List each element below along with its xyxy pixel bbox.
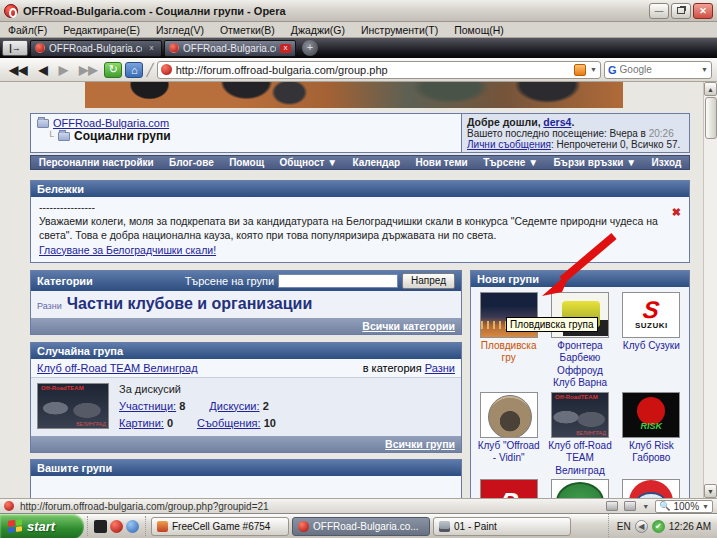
address-dropdown-icon[interactable]: ▼ — [590, 66, 597, 73]
group-search-input[interactable] — [278, 274, 398, 288]
dismiss-note-icon[interactable]: ✖ — [672, 205, 681, 220]
group-label[interactable]: Клуб Сузуки — [618, 340, 685, 353]
page-viewport: OFFRoad-Bulgaria.com └ Социални групи До… — [0, 82, 717, 498]
note-pencil-icon[interactable]: ╱ — [146, 63, 153, 77]
paint-icon — [439, 521, 450, 532]
username-link[interactable]: ders4 — [543, 116, 571, 128]
rss-feed-icon[interactable] — [574, 64, 586, 76]
search-dropdown-icon[interactable]: ▼ — [701, 66, 708, 73]
search-bar[interactable]: G ▼ — [604, 61, 712, 79]
stat-members-link[interactable]: Участници: — [119, 400, 176, 412]
stat-messages-value: 10 — [264, 417, 276, 429]
annotation-arrow-icon — [528, 224, 628, 304]
category-prefix-link[interactable]: Разни — [37, 301, 62, 311]
stat-discussions-value: 2 — [263, 400, 269, 412]
task-label: FreeCell Game #6754 — [172, 521, 270, 532]
group-label[interactable]: Клуб "Offroad - Vidin" — [475, 440, 542, 465]
task-button-opera-active[interactable]: OFFRoad-Bulgaria.co... — [292, 517, 430, 536]
menu-item-bookmarks[interactable]: Отметки(B) — [220, 24, 275, 36]
quick-launch-icon[interactable] — [94, 520, 107, 533]
task-label: 01 - Paint — [454, 521, 497, 532]
nav-item-blogs[interactable]: Блог-ове — [169, 157, 214, 168]
group-label[interactable]: Клуб off-Road TEAM Велинград — [546, 440, 613, 478]
zoom-dropdown-icon[interactable]: ▼ — [702, 503, 709, 510]
quick-launch-icon[interactable] — [126, 520, 139, 533]
random-group-thumbnail[interactable] — [37, 383, 109, 429]
page-scrollbar[interactable]: ▲ ▼ — [703, 82, 717, 498]
private-messages-link[interactable]: Лични съобщения — [467, 139, 551, 150]
tab-close-icon[interactable]: x — [146, 44, 157, 53]
nav-item-search[interactable]: Търсене ▼ — [483, 157, 538, 168]
group-thumbnail-velingrad[interactable] — [552, 393, 608, 437]
group-cell-daihatsu — [475, 479, 542, 498]
group-label-hovered[interactable]: Пловдивска гру — [475, 340, 542, 365]
menu-item-edit[interactable]: Редактиране(E) — [63, 24, 140, 36]
nav-item-settings[interactable]: Персонални настройки — [39, 157, 154, 168]
start-button[interactable]: start — [0, 514, 84, 538]
menu-item-widgets[interactable]: Джаджи(G) — [291, 24, 345, 36]
print-icon[interactable] — [606, 501, 618, 511]
breadcrumb-site-link[interactable]: OFFRoad-Bulgaria.com — [53, 117, 169, 129]
stat-discussions-link[interactable]: Дискусии: — [209, 400, 259, 412]
fast-forward-button[interactable]: ▶▶ — [75, 63, 101, 77]
group-thumbnail-risk[interactable] — [622, 392, 680, 438]
group-thumbnail-daihatsu[interactable] — [480, 479, 538, 498]
panels-toggle-button[interactable]: |→ — [2, 40, 28, 56]
all-groups-link[interactable]: Всички групи — [385, 438, 455, 450]
forward-button[interactable]: ▶ — [55, 63, 72, 77]
menu-item-help[interactable]: Помощ(H) — [454, 24, 504, 36]
group-label[interactable]: Клуб Risk Габрово — [618, 440, 685, 465]
nav-item-help[interactable]: Помощ — [229, 157, 264, 168]
rewind-button[interactable]: ◀◀ — [5, 63, 31, 77]
browser-status-bar: http://forum.offroad-bulgaria.com/group.… — [0, 498, 717, 513]
close-button[interactable]: ✕ — [693, 3, 713, 19]
language-indicator[interactable]: EN — [617, 521, 631, 532]
tab-1[interactable]: OFFRoad-Bulgaria.com -... x — [30, 40, 162, 57]
random-group-category-link[interactable]: Разни — [425, 362, 455, 374]
back-button[interactable]: ◀ — [34, 63, 51, 77]
menu-item-view[interactable]: Изглед(V) — [156, 24, 204, 36]
minimize-button[interactable]: — — [649, 3, 669, 19]
google-search-input[interactable] — [620, 64, 699, 75]
reload-button[interactable]: ↻ — [104, 62, 122, 78]
all-categories-link[interactable]: Всички категории — [362, 320, 455, 332]
group-thumbnail-suzuki[interactable]: S SUZUKI — [622, 292, 680, 338]
address-input[interactable] — [176, 64, 570, 76]
hide-icons-chevron-icon[interactable]: ◀ — [635, 520, 648, 533]
group-label[interactable]: Фронтера Барбекю Оффроуд Клуб Варна — [546, 340, 613, 390]
scroll-down-icon[interactable]: ▼ — [704, 484, 717, 498]
zoom-control[interactable]: 🔍 100% ▼ — [655, 500, 713, 513]
menu-item-file[interactable]: Файл(F) — [8, 24, 47, 36]
nav-item-new-posts[interactable]: Нови теми — [415, 157, 467, 168]
tab-2-active[interactable]: OFFRoad-Bulgaria.com -... x — [164, 40, 296, 57]
nav-item-community[interactable]: Общност ▼ — [280, 157, 338, 168]
opera-browser-window: OFFRoad-Bulgaria.com - Социални групи - … — [0, 0, 717, 538]
new-tab-button[interactable]: + — [302, 40, 318, 56]
tab-close-icon[interactable]: x — [280, 44, 291, 53]
scroll-up-icon[interactable]: ▲ — [704, 82, 717, 96]
restore-button[interactable] — [671, 3, 691, 19]
nav-item-quick-links[interactable]: Бързи връзки ▼ — [553, 157, 636, 168]
random-group-link[interactable]: Клуб off-Road TEAM Велинград — [37, 362, 198, 374]
vote-link[interactable]: Гласуване за Белоградчишки скали! — [39, 244, 216, 256]
opera-quick-launch-icon[interactable] — [110, 520, 123, 533]
task-button-paint[interactable]: 01 - Paint — [433, 517, 571, 536]
group-search-button[interactable]: Напред — [402, 273, 455, 289]
address-bar[interactable]: ▼ — [157, 61, 601, 79]
category-name-link[interactable]: Частни клубове и организации — [67, 295, 313, 313]
nav-item-logout[interactable]: Изход — [652, 157, 682, 168]
camera-icon[interactable] — [624, 501, 636, 511]
home-button[interactable]: ⌂ — [125, 62, 143, 78]
stat-pictures-link[interactable]: Картини: — [119, 417, 164, 429]
menu-item-tools[interactable]: Инструменти(T) — [361, 24, 438, 36]
group-thumbnail-toyota[interactable] — [622, 479, 680, 498]
opera-page-icon — [169, 43, 179, 53]
group-thumbnail-vidin[interactable] — [480, 392, 538, 438]
nav-item-calendar[interactable]: Календар — [352, 157, 400, 168]
stat-messages-link[interactable]: Съобщения: — [197, 417, 261, 429]
task-button-freecell[interactable]: FreeCell Game #6754 — [151, 517, 289, 536]
camera-dropdown-icon[interactable]: ▼ — [642, 503, 649, 510]
scroll-thumb[interactable] — [705, 97, 717, 139]
group-thumbnail-4x4[interactable]: 4X4 — [551, 479, 609, 498]
security-shield-icon[interactable]: ✔ — [652, 520, 665, 533]
